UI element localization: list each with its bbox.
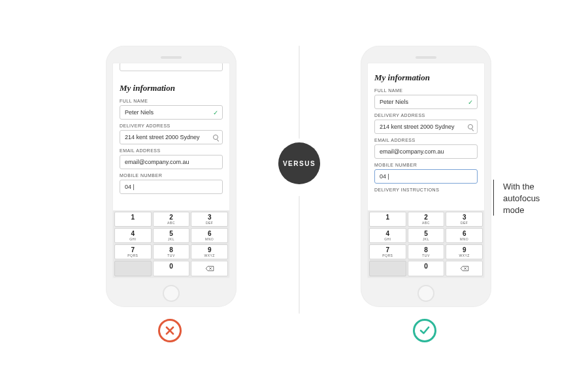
key-3[interactable]: 3DEF xyxy=(446,212,483,227)
versus-label: VERSUS xyxy=(283,160,316,167)
key-backspace[interactable] xyxy=(191,261,228,276)
annotation-line xyxy=(493,180,494,216)
key-blank xyxy=(114,261,152,276)
email-address-value: email@company.com.au xyxy=(380,148,444,155)
backspace-icon xyxy=(460,265,469,272)
key-2[interactable]: 2ABC xyxy=(153,212,190,227)
phone-mock-good: My information FULL NAME Peter Niels ✓ D… xyxy=(361,46,491,307)
full-name-field[interactable]: Peter Niels ✓ xyxy=(374,95,478,109)
backspace-icon xyxy=(205,265,214,272)
label-email-address: EMAIL ADDRESS xyxy=(120,148,223,153)
form-title: My information xyxy=(120,83,223,93)
key-7[interactable]: 7PQRS xyxy=(114,244,152,259)
key-4[interactable]: 4GHI xyxy=(369,228,406,243)
search-icon xyxy=(213,131,218,144)
search-icon xyxy=(468,120,473,133)
delivery-address-value: 214 kent street 2000 Sydney xyxy=(380,123,455,130)
key-1[interactable]: 1 xyxy=(369,212,406,227)
annotation-text: With the autofocus mode xyxy=(503,181,540,216)
cross-icon xyxy=(165,325,175,336)
form-title: My information xyxy=(374,73,478,83)
key-blank xyxy=(369,261,406,276)
key-8[interactable]: 8TUV xyxy=(408,244,445,259)
full-name-value: Peter Niels xyxy=(125,109,154,116)
text-caret: | xyxy=(131,184,135,190)
form-good: My information FULL NAME Peter Niels ✓ D… xyxy=(368,63,484,192)
key-5[interactable]: 5JKL xyxy=(153,228,190,243)
key-7[interactable]: 7PQRS xyxy=(369,244,406,259)
full-name-value: Peter Niels xyxy=(380,99,408,105)
email-address-field[interactable]: email@company.com.au xyxy=(374,144,478,159)
key-2[interactable]: 2ABC xyxy=(408,212,445,227)
numeric-keypad-bad: 1 2ABC 3DEF 4GHI 5JKL 6MNO 7PQRS 8TUV 9W… xyxy=(113,210,229,278)
previous-input-peek xyxy=(120,63,223,71)
bad-example-mark xyxy=(158,319,182,342)
label-mobile-number: MOBILE NUMBER xyxy=(374,163,478,167)
text-caret: | xyxy=(386,173,389,180)
key-1[interactable]: 1 xyxy=(114,212,152,227)
home-button[interactable] xyxy=(417,285,434,302)
full-name-field[interactable]: Peter Niels ✓ xyxy=(120,105,223,120)
mobile-number-value: 04 xyxy=(125,184,131,190)
numeric-keypad-good: 1 2ABC 3DEF 4GHI 5JKL 6MNO 7PQRS 8TUV 9W… xyxy=(368,210,484,278)
mobile-number-value: 04 xyxy=(380,173,386,180)
form-bad: My information FULL NAME Peter Niels ✓ D… xyxy=(113,74,229,194)
phone-mock-bad: My information FULL NAME Peter Niels ✓ D… xyxy=(106,46,237,307)
home-button[interactable] xyxy=(163,285,180,302)
email-address-value: email@company.com.au xyxy=(125,159,189,165)
valid-check-icon: ✓ xyxy=(468,95,473,108)
key-backspace[interactable] xyxy=(446,261,483,276)
mobile-number-field[interactable]: 04 | xyxy=(120,180,223,194)
delivery-address-value: 214 kent street 2000 Sydney xyxy=(125,134,200,140)
annotation-line2: autofocus xyxy=(503,193,540,203)
delivery-address-field[interactable]: 214 kent street 2000 Sydney xyxy=(120,130,223,144)
label-email-address: EMAIL ADDRESS xyxy=(374,138,478,142)
key-8[interactable]: 8TUV xyxy=(153,244,190,259)
good-example-mark xyxy=(413,319,436,342)
annotation-line1: With the xyxy=(503,182,534,191)
key-9[interactable]: 9WXYZ xyxy=(191,244,228,259)
key-9[interactable]: 9WXYZ xyxy=(446,244,483,259)
key-5[interactable]: 5JKL xyxy=(408,228,445,243)
phone-speaker xyxy=(416,56,436,59)
key-0[interactable]: 0 xyxy=(408,261,445,276)
phone-screen-good: My information FULL NAME Peter Niels ✓ D… xyxy=(367,63,485,278)
valid-check-icon: ✓ xyxy=(213,106,218,119)
check-icon xyxy=(419,325,431,336)
phone-speaker xyxy=(161,56,182,59)
email-address-field[interactable]: email@company.com.au xyxy=(120,155,223,169)
label-delivery-instructions: DELIVERY INSTRUCTIONS xyxy=(374,188,478,192)
key-6[interactable]: 6MNO xyxy=(191,228,228,243)
versus-badge: VERSUS xyxy=(278,142,320,184)
label-delivery-address: DELIVERY ADDRESS xyxy=(374,113,478,118)
key-0[interactable]: 0 xyxy=(153,261,190,276)
label-delivery-address: DELIVERY ADDRESS xyxy=(120,123,223,128)
label-full-name: FULL NAME xyxy=(120,99,223,103)
mobile-number-field[interactable]: 04 | xyxy=(374,169,478,184)
key-4[interactable]: 4GHI xyxy=(114,228,152,243)
label-mobile-number: MOBILE NUMBER xyxy=(120,173,223,178)
phone-screen-bad: My information FULL NAME Peter Niels ✓ D… xyxy=(112,63,230,278)
label-full-name: FULL NAME xyxy=(374,88,478,93)
delivery-address-field[interactable]: 214 kent street 2000 Sydney xyxy=(374,120,478,134)
key-3[interactable]: 3DEF xyxy=(191,212,228,227)
annotation-line3: mode xyxy=(503,205,525,215)
key-6[interactable]: 6MNO xyxy=(446,228,483,243)
